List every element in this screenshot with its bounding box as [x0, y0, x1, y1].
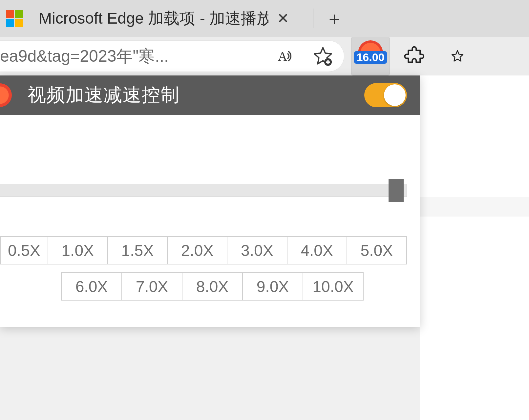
- speed-preset-button[interactable]: 0.5X: [0, 236, 48, 264]
- speed-preset-button[interactable]: 3.0X: [227, 236, 287, 264]
- speed-preset-button[interactable]: 10.0X: [303, 272, 364, 301]
- toolbar: ea9d&tag=2023年"寒... A 16.00: [0, 37, 529, 75]
- microsoft-logo-icon: [6, 10, 23, 27]
- address-text: ea9d&tag=2023年"寒...: [0, 45, 264, 67]
- extension-badge: 16.00: [354, 51, 387, 64]
- speed-preset-button[interactable]: 9.0X: [242, 272, 303, 301]
- speed-preset-button[interactable]: 5.0X: [347, 236, 407, 264]
- browser-tab[interactable]: Microsoft Edge 加载项 - 加速播放 ✕: [23, 0, 307, 37]
- address-bar[interactable]: ea9d&tag=2023年"寒... A: [0, 41, 344, 72]
- tab-title: Microsoft Edge 加载项 - 加速播放: [39, 8, 268, 29]
- speed-preset-button[interactable]: 7.0X: [121, 272, 182, 301]
- extension-popup: 视频加速减速控制 0.5X1.0X1.5X2.0X3.0X4.0X5.0X 6.…: [0, 75, 420, 327]
- popup-extension-icon: [0, 83, 12, 107]
- read-aloud-button[interactable]: A: [274, 44, 297, 68]
- speed-preset-row-1: 0.5X1.0X1.5X2.0X3.0X4.0X5.0X: [0, 236, 407, 264]
- page-content: [420, 75, 529, 420]
- speed-preset-button[interactable]: 6.0X: [61, 272, 122, 301]
- svg-text:A: A: [278, 49, 287, 64]
- tab-divider: [313, 9, 313, 28]
- new-tab-button[interactable]: ＋: [319, 7, 349, 30]
- speed-slider[interactable]: [0, 180, 407, 200]
- speed-preset-button[interactable]: 2.0X: [167, 236, 227, 264]
- slider-thumb[interactable]: [389, 179, 404, 202]
- slider-track: [0, 184, 407, 197]
- speed-preset-button[interactable]: 8.0X: [182, 272, 243, 301]
- speed-extension-button[interactable]: 16.00: [351, 37, 390, 75]
- popup-title: 视频加速减速控制: [28, 83, 364, 108]
- extensions-button[interactable]: [403, 44, 427, 68]
- speed-preset-button[interactable]: 4.0X: [287, 236, 347, 264]
- tab-bar: Microsoft Edge 加载项 - 加速播放 ✕ ＋: [0, 0, 529, 37]
- close-tab-button[interactable]: ✕: [272, 9, 294, 28]
- favorites-button[interactable]: [451, 44, 464, 68]
- add-favorite-button[interactable]: [311, 44, 335, 68]
- popup-header: 视频加速减速控制: [0, 75, 420, 115]
- toggle-knob: [384, 84, 406, 106]
- speed-preset-button[interactable]: 1.5X: [107, 236, 168, 264]
- speed-preset-button[interactable]: 1.0X: [48, 236, 108, 264]
- enable-toggle[interactable]: [364, 83, 407, 107]
- speed-preset-row-2: 6.0X7.0X8.0X9.0X10.0X: [0, 272, 407, 301]
